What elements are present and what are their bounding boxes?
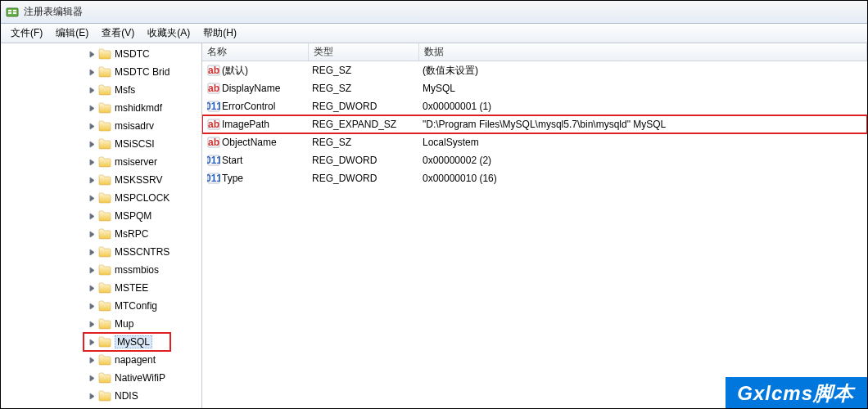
menu-view[interactable]: 查看(V) [95, 25, 141, 42]
value-data: 0x00000002 (2) [423, 155, 867, 166]
tree-panel[interactable]: MSDTCMSDTC BridMsfsmshidkmdfmsisadrvMSiS… [1, 43, 202, 408]
tree-item-label: MSTEE [115, 282, 148, 294]
menu-help[interactable]: 帮助(H) [197, 25, 243, 42]
tree-item-label: Msfs [115, 84, 135, 96]
tree-item[interactable]: NDIS [1, 387, 201, 405]
folder-icon [98, 84, 111, 96]
tree-item[interactable]: msiserver [1, 153, 201, 171]
tree-item[interactable]: MSiSCSI [1, 135, 201, 153]
folder-icon [98, 246, 111, 258]
menu-file[interactable]: 文件(F) [4, 25, 49, 42]
tree-item[interactable]: MSTEE [1, 279, 201, 297]
expander-icon[interactable] [88, 356, 97, 365]
tree-item-label: mshidkmdf [115, 102, 162, 114]
list-row[interactable]: 011ErrorControlREG_DWORD0x00000001 (1) [202, 97, 867, 115]
value-name: DisplayName [222, 83, 312, 94]
expander-icon[interactable] [88, 230, 97, 239]
expander-icon[interactable] [88, 194, 97, 203]
tree-item-label: MSDTC Brid [115, 66, 170, 78]
reg-dword-icon: 011 [206, 154, 222, 167]
expander-icon[interactable] [88, 374, 97, 383]
menu-favorites[interactable]: 收藏夹(A) [141, 25, 197, 42]
tree-item[interactable]: Mup [1, 315, 201, 333]
expander-icon[interactable] [88, 140, 97, 149]
value-name: (默认) [222, 64, 312, 78]
svg-text:ab: ab [208, 65, 219, 76]
expander-icon[interactable] [88, 338, 97, 347]
folder-icon [98, 66, 111, 78]
list-row[interactable]: 011TypeREG_DWORD0x00000010 (16) [202, 169, 867, 187]
expander-icon[interactable] [88, 122, 97, 131]
tree-item[interactable]: MSDTC [1, 45, 201, 63]
tree-item[interactable]: napagent [1, 351, 201, 369]
tree-item[interactable]: msisadrv [1, 117, 201, 135]
expander-icon[interactable] [88, 302, 97, 311]
expander-icon[interactable] [88, 50, 97, 59]
value-type: REG_SZ [312, 65, 423, 76]
value-type: REG_SZ [312, 83, 423, 94]
expander-icon[interactable] [88, 68, 97, 77]
tree-item[interactable]: MSDTC Brid [1, 63, 201, 81]
tree-item-label: Mup [115, 318, 133, 330]
tree-item[interactable]: Msfs [1, 81, 201, 99]
expander-icon[interactable] [88, 86, 97, 95]
tree-item-label: msiserver [115, 156, 157, 168]
tree-item[interactable]: MySQL [1, 333, 201, 351]
menubar: 文件(F) 编辑(E) 查看(V) 收藏夹(A) 帮助(H) [1, 24, 867, 43]
value-name: Start [222, 155, 312, 166]
svg-text:ab: ab [208, 83, 219, 94]
tree-item[interactable]: MSPQM [1, 207, 201, 225]
list-row[interactable]: 011StartREG_DWORD0x00000002 (2) [202, 151, 867, 169]
expander-icon[interactable] [88, 284, 97, 293]
value-data: "D:\Program Files\MySQL\mysql5.7\bin\mys… [423, 119, 867, 130]
expander-icon[interactable] [88, 248, 97, 257]
list-panel[interactable]: 名称 类型 数据 ab(默认)REG_SZ(数值未设置)abDisplayNam… [202, 43, 867, 408]
value-data: MySQL [423, 83, 867, 94]
col-header-data[interactable]: 数据 [419, 43, 867, 61]
expander-icon[interactable] [88, 176, 97, 185]
tree-item[interactable]: MTConfig [1, 297, 201, 315]
menu-edit[interactable]: 编辑(E) [49, 25, 95, 42]
folder-icon [98, 102, 111, 114]
expander-icon[interactable] [88, 266, 97, 275]
regedit-icon [6, 6, 19, 19]
folder-icon [98, 120, 111, 132]
folder-icon [98, 336, 111, 348]
svg-rect-2 [8, 12, 11, 14]
value-type: REG_DWORD [312, 173, 423, 184]
titlebar: 注册表编辑器 [1, 1, 867, 24]
tree-item-label: MSKSSRV [115, 174, 162, 186]
svg-text:011: 011 [207, 173, 220, 184]
reg-dword-icon: 011 [206, 172, 222, 185]
tree-item[interactable]: mssmbios [1, 261, 201, 279]
tree-item[interactable]: MsRPC [1, 225, 201, 243]
window-title: 注册表编辑器 [24, 5, 83, 19]
folder-icon [98, 228, 111, 240]
list-row[interactable]: abObjectNameREG_SZLocalSystem [202, 133, 867, 151]
value-type: REG_DWORD [312, 155, 423, 166]
folder-icon [98, 318, 111, 330]
content-area: MSDTCMSDTC BridMsfsmshidkmdfmsisadrvMSiS… [1, 43, 867, 408]
tree-item-label: MTConfig [115, 300, 157, 312]
expander-icon[interactable] [88, 392, 97, 401]
col-header-type[interactable]: 类型 [309, 43, 419, 61]
list-row[interactable]: abImagePathREG_EXPAND_SZ"D:\Program File… [202, 115, 867, 133]
expander-icon[interactable] [88, 212, 97, 221]
col-header-name[interactable]: 名称 [202, 43, 309, 61]
folder-icon [98, 138, 111, 150]
expander-icon[interactable] [88, 158, 97, 167]
tree-item[interactable]: NativeWifiP [1, 369, 201, 387]
tree-item[interactable]: MSSCNTRS [1, 243, 201, 261]
tree-item[interactable]: MSKSSRV [1, 171, 201, 189]
folder-icon [98, 174, 111, 186]
tree-item-label: MSPCLOCK [115, 192, 170, 204]
tree-item[interactable]: mshidkmdf [1, 99, 201, 117]
expander-icon[interactable] [88, 104, 97, 113]
expander-icon[interactable] [88, 320, 97, 329]
value-type: REG_EXPAND_SZ [312, 119, 423, 130]
list-row[interactable]: ab(默认)REG_SZ(数值未设置) [202, 61, 867, 79]
tree-item-label: MSPQM [115, 210, 151, 222]
list-row[interactable]: abDisplayNameREG_SZMySQL [202, 79, 867, 97]
tree-item[interactable]: MSPCLOCK [1, 189, 201, 207]
folder-icon [98, 264, 111, 276]
